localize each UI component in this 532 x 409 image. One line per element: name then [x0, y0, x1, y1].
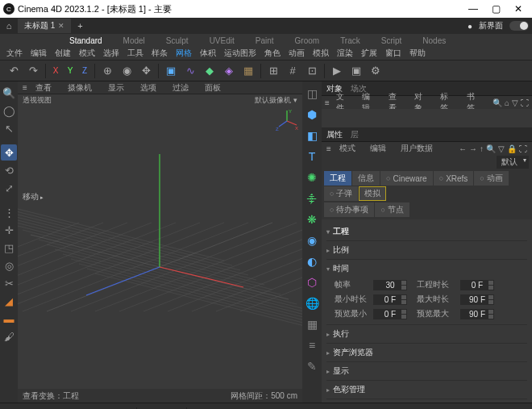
extrude-tool-icon[interactable]: ▬ — [1, 311, 17, 327]
sect-time[interactable]: 时间 — [326, 261, 527, 276]
attr-tab-模拟[interactable]: 模拟 — [359, 186, 386, 201]
attr-tab-XRefs[interactable]: ○XRefs — [434, 171, 474, 186]
mode-uvedit[interactable]: UVEdit — [210, 36, 235, 45]
command-icon[interactable]: ✎ — [303, 357, 321, 375]
axis-x-toggle[interactable]: X — [49, 62, 62, 80]
sect-display[interactable]: 显示 — [326, 364, 527, 378]
am-menu-item[interactable]: 模式 — [339, 143, 355, 154]
am-search-icon[interactable]: 🔍 — [486, 144, 496, 153]
menu-item[interactable]: 扩展 — [361, 48, 377, 59]
workplane-icon[interactable]: ⊡ — [303, 62, 321, 80]
maximize-button[interactable]: ▢ — [490, 3, 501, 15]
menu-item[interactable]: 样条 — [152, 48, 168, 59]
undo-button[interactable]: ↶ — [5, 62, 23, 80]
attr-tab-动画[interactable]: ○动画 — [474, 171, 508, 186]
object-manager-body[interactable] — [322, 109, 532, 127]
minimize-button[interactable]: — — [468, 3, 479, 15]
vp-menu-item[interactable]: 显示 — [108, 82, 124, 94]
effector-icon[interactable]: ❋ — [303, 211, 321, 228]
vp-menu-item[interactable]: 查看 — [35, 82, 52, 94]
menu-item[interactable]: 动画 — [289, 48, 305, 59]
menu-item[interactable]: 渲染 — [337, 48, 353, 59]
menu-item[interactable]: 网格 — [176, 48, 192, 59]
brush-tool-icon[interactable]: 🖌 — [1, 328, 17, 344]
tab-close-icon[interactable]: ✕ — [58, 22, 64, 30]
camera-name[interactable]: 默认摄像机 ▾ — [255, 95, 297, 106]
mode-sculpt[interactable]: Sculpt — [166, 36, 189, 45]
menu-item[interactable]: 文件 — [6, 48, 23, 59]
dynamics-icon[interactable]: ⬡ — [303, 273, 321, 291]
attr-tab-信息[interactable]: 信息 — [352, 171, 380, 186]
scale-tool-icon[interactable]: ⤢ — [1, 180, 17, 196]
am-filter-icon[interactable]: ▽ — [498, 144, 505, 153]
live-select-icon[interactable]: ◯ — [1, 102, 17, 119]
grid-snap-icon[interactable]: ⊞ — [264, 62, 282, 80]
nav-up-icon[interactable]: ↑ — [480, 144, 484, 153]
vp-menu-item[interactable]: 面板 — [205, 82, 221, 94]
am-lock-icon[interactable]: 🔒 — [507, 144, 517, 153]
asset-browser-icon[interactable]: 🌐 — [303, 294, 321, 312]
field-工程时长[interactable]: 0 F — [460, 280, 494, 290]
poly-pen-icon[interactable]: ⬢ — [303, 106, 321, 123]
bevel-tool-icon[interactable]: ◢ — [1, 293, 17, 309]
mograph-icon[interactable]: ✺ — [303, 169, 321, 186]
tab-attributes[interactable]: 属性 — [326, 129, 343, 140]
am-expand-icon[interactable]: ⛶ — [519, 144, 527, 153]
snap-icon[interactable]: # — [284, 62, 301, 80]
axis-y-toggle[interactable]: Y — [64, 62, 77, 80]
spline-icon[interactable]: ∿ — [181, 62, 199, 80]
coord-axis-icon[interactable]: ✥ — [137, 62, 155, 80]
om-home-icon[interactable]: ⌂ — [505, 98, 509, 107]
document-tab[interactable]: 未标题 1✕ — [18, 19, 71, 33]
cube-icon[interactable]: ◧ — [303, 127, 321, 144]
deformer-icon[interactable]: ◈ — [220, 62, 238, 80]
nav-fwd-icon[interactable]: → — [469, 144, 477, 153]
render-pv-icon[interactable]: ▣ — [347, 62, 365, 80]
close-button[interactable]: ✕ — [513, 3, 524, 15]
om-menu-three-lines[interactable]: ≡ — [325, 98, 330, 107]
vp-menu-item[interactable]: 选项 — [140, 82, 156, 94]
am-menu-three-lines[interactable]: ≡ — [326, 144, 331, 153]
text-icon[interactable]: T — [303, 148, 321, 165]
menu-item[interactable]: 选择 — [103, 48, 119, 59]
viewport-3d[interactable]: Y X Z 移动 — [18, 106, 302, 389]
move-tool-icon[interactable]: ✥ — [1, 144, 17, 161]
cloner-icon[interactable]: ⸎ — [303, 190, 321, 207]
camera-icon[interactable]: ◉ — [303, 232, 321, 249]
mode-track[interactable]: Track — [340, 36, 360, 45]
rotate-tool-icon[interactable]: ⟲ — [1, 162, 17, 178]
redo-button[interactable]: ↷ — [24, 62, 42, 80]
om-filter-icon[interactable]: ▽ — [512, 98, 518, 107]
menu-item[interactable]: 体积 — [200, 48, 216, 59]
attr-tab-节点[interactable]: ○节点 — [375, 202, 409, 217]
axis-lock-icon[interactable]: ✛ — [1, 222, 17, 238]
recent-tool-icon[interactable]: ⋮ — [1, 204, 17, 220]
light-icon[interactable]: ◐ — [303, 252, 321, 270]
vp-menu-item[interactable]: 摄像机 — [68, 82, 92, 94]
tab-layers[interactable]: 层 — [351, 129, 359, 140]
timeline-icon[interactable]: ≡ — [303, 336, 321, 354]
sect-scale[interactable]: 比例 — [326, 243, 527, 257]
mode-nodes[interactable]: Nodes — [422, 36, 446, 45]
attr-mode-dropdown[interactable]: 默认 — [497, 156, 529, 169]
field-帧率[interactable]: 30 — [373, 280, 407, 290]
cursor-icon[interactable]: ↖ — [1, 120, 17, 136]
loop-tool-icon[interactable]: ◎ — [1, 257, 17, 273]
sect-color[interactable]: 色彩管理 — [326, 382, 527, 397]
mode-script[interactable]: Script — [381, 36, 402, 45]
am-menu-item[interactable]: 用户数据 — [401, 143, 433, 154]
home-icon[interactable]: ⌂ — [3, 20, 15, 31]
menu-item[interactable]: 窗口 — [385, 48, 401, 59]
mode-model[interactable]: Model — [123, 36, 145, 45]
attr-tab-Cineware[interactable]: ○Cineware — [380, 171, 433, 186]
place-tool-icon[interactable]: ◳ — [1, 240, 17, 256]
vp-menu-three-lines[interactable]: ≡ — [23, 83, 27, 92]
menu-item[interactable]: 编辑 — [31, 48, 47, 59]
am-menu-item[interactable]: 编辑 — [370, 143, 386, 154]
vp-menu-item[interactable]: 过滤 — [172, 82, 189, 94]
menu-item[interactable]: 模拟 — [313, 48, 329, 59]
attr-tab-工程[interactable]: 工程 — [324, 171, 351, 186]
om-search-icon[interactable]: 🔍 — [493, 98, 502, 107]
om-expand-icon[interactable]: ⛶ — [521, 98, 529, 107]
sect-exec[interactable]: 执行 — [326, 327, 527, 341]
